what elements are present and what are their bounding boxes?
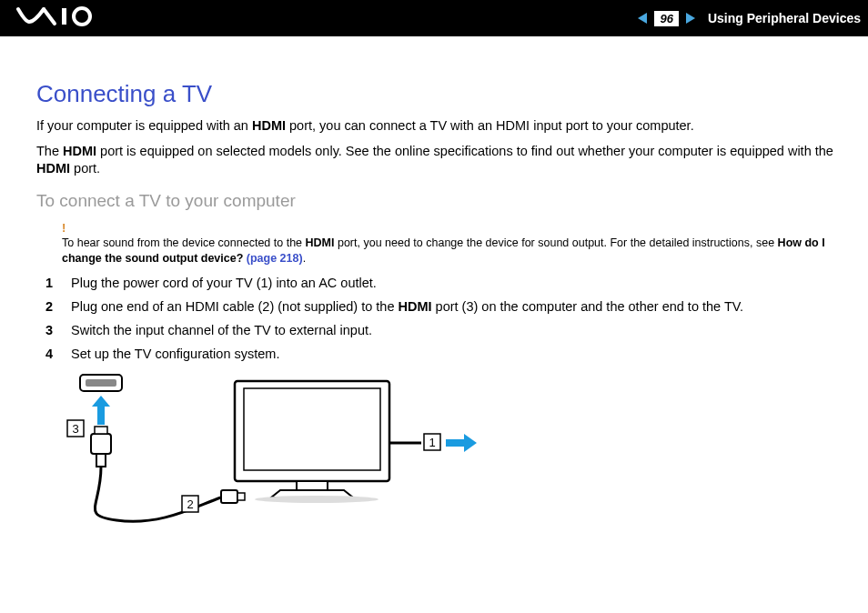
- svg-rect-16: [244, 388, 380, 470]
- hdmi-port-icon: [80, 375, 122, 391]
- svg-point-1: [74, 8, 90, 25]
- svg-rect-7: [91, 434, 111, 454]
- label-1: 1: [429, 436, 435, 449]
- header-right: 96 Using Peripheral Devices: [636, 11, 861, 26]
- paragraph-1: If your computer is equipped with an HDM…: [36, 117, 843, 136]
- label-2: 2: [187, 497, 193, 511]
- svg-rect-0: [62, 8, 66, 25]
- svg-marker-13: [92, 396, 110, 407]
- step-2: 2 Plug one end of an HDMI cable (2) (not…: [36, 299, 843, 314]
- tv-icon: [235, 381, 389, 503]
- warning-icon: !: [62, 220, 843, 236]
- paragraph-2: The HDMI port is equipped on selected mo…: [36, 143, 843, 178]
- step-1: 1 Plug the power cord of your TV (1) int…: [36, 276, 843, 290]
- arrow-up-icon: [92, 396, 110, 425]
- svg-marker-3: [686, 13, 695, 24]
- svg-rect-11: [237, 493, 245, 500]
- header-bar: 96 Using Peripheral Devices: [0, 0, 868, 36]
- steps-list: 1 Plug the power cord of your TV (1) int…: [36, 276, 843, 361]
- vaio-logo: [16, 5, 103, 31]
- svg-marker-2: [638, 13, 647, 24]
- svg-marker-21: [464, 434, 477, 452]
- svg-point-18: [255, 496, 378, 503]
- page-number: 96: [654, 11, 678, 26]
- arrow-right-icon: [446, 434, 477, 452]
- label-3: 3: [72, 422, 78, 436]
- svg-rect-5: [86, 379, 116, 387]
- svg-rect-10: [221, 490, 237, 503]
- hdmi-cable-icon: [91, 427, 245, 521]
- svg-rect-12: [97, 405, 105, 425]
- page-nav: 96: [636, 11, 696, 26]
- step-4: 4 Set up the TV configuration system.: [36, 347, 843, 361]
- note-block: ! To hear sound from the device connecte…: [62, 220, 843, 266]
- connection-diagram: 3 2: [62, 370, 843, 547]
- svg-rect-17: [297, 481, 328, 490]
- page-link-218[interactable]: (page 218): [247, 252, 303, 265]
- svg-rect-8: [95, 427, 107, 434]
- prev-page-button[interactable]: [636, 11, 651, 25]
- svg-rect-9: [96, 454, 106, 467]
- next-page-button[interactable]: [682, 11, 697, 25]
- page-content: Connecting a TV If your computer is equi…: [0, 36, 868, 565]
- page-title: Connecting a TV: [36, 80, 843, 108]
- step-3: 3 Switch the input channel of the TV to …: [36, 323, 843, 337]
- svg-rect-20: [446, 439, 466, 447]
- section-label: Using Peripheral Devices: [708, 11, 861, 25]
- subheading: To connect a TV to your computer: [36, 191, 843, 211]
